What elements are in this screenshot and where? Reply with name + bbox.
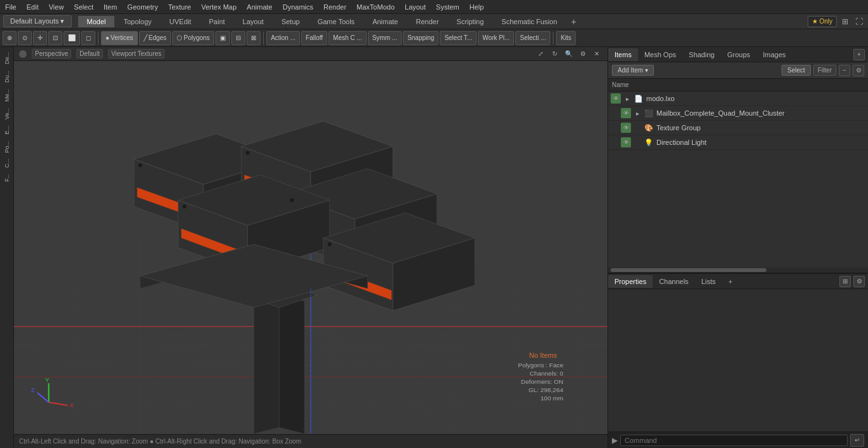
tool-origin[interactable]: ⊕ — [3, 31, 17, 45]
eye-icon-mailbox[interactable]: 👁 — [621, 108, 631, 118]
tool-box[interactable]: ⬜ — [64, 31, 80, 45]
viewport-settings-icon[interactable]: ⚙ — [577, 48, 588, 60]
viewport-dot[interactable] — [19, 50, 27, 58]
menu-maxtomodo[interactable]: MaxToModo — [351, 2, 400, 12]
props-add-btn[interactable]: + — [724, 276, 736, 287]
tool-edges[interactable]: ╱ Edges — [139, 31, 171, 45]
eye-icon-texgroup[interactable]: 👁 — [621, 123, 631, 133]
tool-vertices[interactable]: ● Vertices — [101, 31, 138, 45]
tree-item-light[interactable]: 👁 💡 Directional Light — [608, 135, 868, 150]
command-submit-btn[interactable]: ↵ — [850, 434, 864, 447]
expand-icon[interactable]: ⊞ — [839, 16, 851, 27]
tool-lasso[interactable]: ◻ — [81, 31, 95, 45]
menu-texture[interactable]: Texture — [163, 2, 196, 12]
eye-icon-light[interactable]: 👁 — [621, 137, 631, 147]
tool-selection[interactable]: Selecti ... — [515, 31, 550, 45]
tool-falloff[interactable]: Falloff — [301, 31, 327, 45]
tab-setup[interactable]: Setup — [273, 16, 309, 27]
tool-workplane[interactable]: Work Pl... — [478, 31, 514, 45]
tab-gametools[interactable]: Game Tools — [309, 16, 364, 27]
sidebar-item-po[interactable]: Po... — [4, 139, 10, 156]
tree-item-mailbox[interactable]: 👁 ▸ ⬛ Mailbox_Complete_Quad_Mount_Cluste… — [608, 106, 868, 121]
filter-btn[interactable]: Filter — [813, 65, 836, 76]
menu-animate[interactable]: Animate — [241, 2, 277, 12]
tool-snapping[interactable]: Snapping — [403, 31, 438, 45]
tab-paint[interactable]: Paint — [200, 16, 234, 27]
tool-mesh[interactable]: Mesh C ... — [329, 31, 367, 45]
tool-kits[interactable]: Kits — [556, 31, 576, 45]
tab-uvedit[interactable]: UVEdit — [161, 16, 200, 27]
tab-scripting[interactable]: Scripting — [448, 16, 493, 27]
star-only-btn[interactable]: ★ Only — [808, 16, 837, 27]
tab-animate[interactable]: Animate — [363, 16, 407, 27]
sidebar-item-f[interactable]: F... — [4, 172, 10, 184]
tab-schematicfusion[interactable]: Schematic Fusion — [492, 16, 566, 27]
menu-file[interactable]: File — [0, 2, 22, 12]
fullscreen-icon[interactable]: ⛶ — [853, 16, 865, 27]
menu-select[interactable]: Select — [69, 2, 98, 12]
sidebar-item-me[interactable]: Me... — [4, 86, 10, 104]
menu-geometry[interactable]: Geometry — [122, 2, 163, 12]
menu-system[interactable]: System — [431, 2, 465, 12]
tab-shading[interactable]: Shading — [682, 48, 721, 61]
items-tab-add[interactable]: + — [853, 49, 865, 60]
select-btn[interactable]: Select — [782, 65, 811, 76]
tree-item-modo[interactable]: 👁 ▸ 📄 modo.lxo — [608, 92, 868, 106]
viewport-textures[interactable]: Viewport Textures — [108, 49, 165, 58]
add-item-btn[interactable]: Add Item ▾ — [612, 65, 654, 76]
menu-dynamics[interactable]: Dynamics — [278, 2, 318, 12]
menu-vertexmap[interactable]: Vertex Map — [196, 2, 242, 12]
tab-items[interactable]: Items — [608, 48, 638, 61]
tab-render[interactable]: Render — [407, 16, 447, 27]
viewport-refresh-icon[interactable]: ↻ — [549, 48, 560, 60]
tool-display[interactable]: ▣ — [215, 31, 230, 45]
items-panel-settings[interactable]: ⚙ — [853, 65, 864, 76]
menu-edit[interactable]: Edit — [22, 2, 44, 12]
tab-images[interactable]: Images — [757, 48, 792, 61]
tool-symmetry[interactable]: Symm ... — [368, 31, 402, 45]
viewport-canvas[interactable]: X Y Z No Items Polygons : Face Channels:… — [14, 61, 607, 434]
props-expand-icon[interactable]: ⊞ — [839, 276, 851, 287]
command-input[interactable] — [620, 435, 848, 446]
viewport-close-icon[interactable]: ✕ — [591, 48, 602, 60]
tab-model[interactable]: Model — [78, 16, 115, 27]
viewport-zoom-icon[interactable]: 🔍 — [563, 48, 574, 60]
menu-item[interactable]: Item — [98, 2, 122, 12]
sidebar-item-de[interactable]: De... — [4, 50, 10, 67]
tab-channels[interactable]: Channels — [653, 275, 695, 288]
props-settings-icon[interactable]: ⚙ — [853, 276, 865, 287]
sidebar-item-c[interactable]: C... — [4, 156, 10, 170]
expand-icon-texgroup[interactable] — [633, 123, 642, 132]
sidebar-item-ve[interactable]: Ve... — [4, 105, 10, 122]
expand-icon-light[interactable] — [633, 138, 642, 147]
tool-transform[interactable]: ⊡ — [48, 31, 62, 45]
tab-properties[interactable]: Properties — [608, 275, 653, 288]
tab-layout[interactable]: Layout — [234, 16, 273, 27]
viewport-move-icon[interactable]: ⤢ — [535, 48, 546, 60]
eye-icon-modo[interactable]: 👁 — [611, 93, 621, 104]
tree-item-texgroup[interactable]: 👁 🎨 Texture Group — [608, 121, 868, 135]
items-scrollbar[interactable] — [608, 268, 868, 273]
tab-meshops[interactable]: Mesh Ops — [638, 48, 682, 61]
tool-t1[interactable]: ⊟ — [231, 31, 245, 45]
menu-help[interactable]: Help — [465, 2, 489, 12]
menu-view[interactable]: View — [44, 2, 69, 12]
layout-dropdown[interactable]: Default Layouts ▾ — [3, 15, 72, 27]
tool-select-t[interactable]: Select T... — [440, 31, 477, 45]
viewport-perspective[interactable]: Perspective — [32, 49, 71, 58]
tab-add-btn[interactable]: + — [566, 15, 581, 28]
tab-groups[interactable]: Groups — [721, 48, 756, 61]
tool-polygons[interactable]: ⬡ Polygons — [172, 31, 214, 45]
tool-t2[interactable]: ⊠ — [247, 31, 261, 45]
sidebar-item-em[interactable]: E... — [4, 123, 10, 137]
expand-icon-mailbox[interactable]: ▸ — [633, 109, 642, 118]
tab-lists[interactable]: Lists — [695, 275, 722, 288]
command-arrow[interactable]: ▶ — [612, 436, 618, 445]
expand-icon-modo[interactable]: ▸ — [623, 94, 632, 103]
tool-circle[interactable]: ⊙ — [18, 31, 32, 45]
sidebar-item-du[interactable]: Du... — [4, 68, 10, 85]
items-panel-minus[interactable]: − — [839, 65, 850, 76]
menu-render[interactable]: Render — [318, 2, 351, 12]
menu-layout[interactable]: Layout — [400, 2, 431, 12]
tool-crosshair[interactable]: ✛ — [33, 31, 47, 45]
